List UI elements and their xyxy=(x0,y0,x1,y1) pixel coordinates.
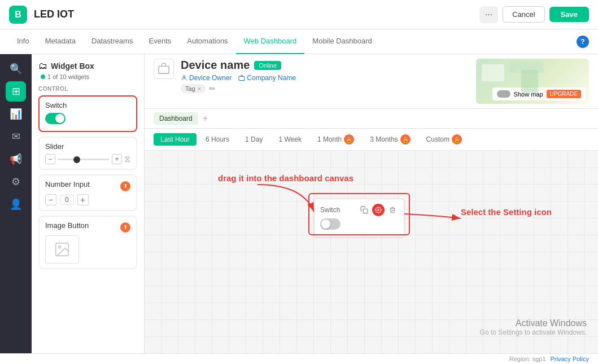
toggle-thumb xyxy=(55,114,64,123)
main-content: 🔍 ⊞ 📊 ✉ 📢 ⚙ 👤 🗂 Widget Box 1 of 10 widge… xyxy=(0,54,598,353)
more-options-button[interactable]: ··· xyxy=(479,6,498,23)
widget-count: 1 of 10 widgets xyxy=(38,73,137,80)
time-tab-6-hours[interactable]: 6 Hours xyxy=(199,133,236,146)
topbar-actions: ··· Cancel Save xyxy=(479,6,589,23)
canvas-toggle-track[interactable] xyxy=(320,218,341,230)
sidebar-icon-user[interactable]: 👤 xyxy=(6,194,26,214)
device-meta: Device Owner Company Name xyxy=(181,74,469,82)
tab-datastreams[interactable]: Datastreams xyxy=(84,29,141,54)
slider-widget-title: Slider xyxy=(45,142,130,151)
upgrade-badge: UPGRADE xyxy=(547,90,581,98)
online-badge: Online xyxy=(254,61,281,70)
slider-dot xyxy=(73,156,80,163)
image-button-widget-item[interactable]: Image Button ⬆ xyxy=(38,216,137,269)
save-button[interactable]: Save xyxy=(549,7,589,22)
show-map-toggle[interactable] xyxy=(497,90,510,98)
switch-widget-title: Switch xyxy=(45,101,130,109)
activate-windows: Activate Windows Go to Settings to activ… xyxy=(480,318,587,336)
svg-point-3 xyxy=(183,76,185,78)
sidebar-icon-chart[interactable]: 📊 xyxy=(6,104,26,124)
app-title: LED IOT xyxy=(34,8,473,20)
time-tabs: Last Hour 6 Hours 1 Day 1 Week 1 Month 🔒… xyxy=(145,129,598,151)
device-name: Device name xyxy=(181,59,250,72)
sidebar-icon-search[interactable]: 🔍 xyxy=(6,59,26,79)
slider-widget-item[interactable]: Slider − + ⧖ xyxy=(38,137,137,170)
add-dashboard-btn[interactable]: + xyxy=(199,112,211,125)
navtabs-right: ? xyxy=(577,36,589,48)
canvas-switch-toggle[interactable] xyxy=(320,218,341,230)
map-thumbnail: Show map UPGRADE xyxy=(476,59,589,104)
canvas-widget-title: Switch xyxy=(320,206,340,214)
device-company: Company Name xyxy=(238,74,296,82)
tab-metadata[interactable]: Metadata xyxy=(37,29,84,54)
widget-panel: 🗂 Widget Box 1 of 10 widgets CONTROL Swi… xyxy=(32,54,145,353)
svg-point-1 xyxy=(59,246,61,248)
delete-widget-btn[interactable] xyxy=(387,204,398,216)
canvas-area: Device name Online Device Owner Company … xyxy=(145,54,598,353)
image-placeholder xyxy=(45,235,79,264)
widget-box-icon: 🗂 xyxy=(38,61,47,71)
time-tab-last-hour[interactable]: Last Hour xyxy=(154,133,197,146)
device-info: Device name Online Device Owner Company … xyxy=(181,59,469,93)
device-owner: Device Owner xyxy=(181,74,232,82)
time-tab-3-months[interactable]: 3 Months 🔒 xyxy=(363,132,417,147)
settings-annotation: Select the Setting icon xyxy=(461,207,552,217)
device-name-row: Device name Online xyxy=(181,59,469,72)
tag-row: Tag × ✏ xyxy=(181,84,469,93)
cancel-button[interactable]: Cancel xyxy=(503,6,544,23)
dashboard-canvas[interactable]: drag it into the dashboard canvas Switch xyxy=(145,151,598,353)
tab-web-dashboard[interactable]: Web Dashboard xyxy=(236,29,305,54)
left-sidebar: 🔍 ⊞ 📊 ✉ 📢 ⚙ 👤 xyxy=(0,54,32,353)
tab-mobile-dashboard[interactable]: Mobile Dashboard xyxy=(304,29,380,54)
toggle-track[interactable] xyxy=(45,113,66,124)
widget-panel-title: Widget Box xyxy=(51,62,94,71)
time-tab-1-day[interactable]: 1 Day xyxy=(238,133,269,146)
number-input-controls: − 0 + xyxy=(45,194,130,205)
tab-events[interactable]: Events xyxy=(141,29,180,54)
sidebar-icon-message[interactable]: ✉ xyxy=(6,126,26,147)
sidebar-icon-announce[interactable]: 📢 xyxy=(6,149,26,169)
app-icon: B xyxy=(9,6,27,24)
dashboard-tab[interactable]: Dashboard xyxy=(154,112,198,125)
widget-panel-header: 🗂 Widget Box xyxy=(38,61,137,71)
time-tab-1-week[interactable]: 1 Week xyxy=(272,133,308,146)
svg-rect-5 xyxy=(363,209,368,213)
sidebar-icon-grid[interactable]: ⊞ xyxy=(6,81,26,102)
settings-widget-btn[interactable] xyxy=(372,204,385,216)
sidebar-icon-settings[interactable]: ⚙ xyxy=(6,172,26,192)
canvas-toggle-thumb xyxy=(321,220,330,229)
svg-rect-4 xyxy=(239,77,245,81)
image-button-badge: ⬆ xyxy=(120,222,130,233)
device-tag: Tag × xyxy=(181,84,206,93)
canvas-topbar: Device name Online Device Owner Company … xyxy=(145,54,598,109)
footer: Region: sgp1 Privacy Policy xyxy=(0,353,598,364)
slider-minus-btn[interactable]: − xyxy=(45,154,55,164)
number-minus-btn[interactable]: − xyxy=(45,194,56,205)
switch-toggle[interactable] xyxy=(45,113,66,124)
time-tab-custom[interactable]: Custom 🔒 xyxy=(420,132,469,147)
slider-plus-btn[interactable]: + xyxy=(112,154,122,164)
copy-widget-btn[interactable] xyxy=(359,204,370,216)
image-button-title: Image Button xyxy=(45,221,89,230)
slider-icon: ⧖ xyxy=(124,154,130,164)
switch-widget-item[interactable]: Switch xyxy=(38,95,137,132)
privacy-link[interactable]: Privacy Policy xyxy=(551,356,589,362)
drag-annotation: drag it into the dashboard canvas xyxy=(218,173,353,183)
slider-track[interactable] xyxy=(58,159,110,160)
custom-lock-icon: 🔒 xyxy=(452,134,462,144)
tag-remove-btn[interactable]: × xyxy=(198,85,201,92)
svg-rect-2 xyxy=(159,66,169,73)
number-input-widget-item[interactable]: Number Input ⬆ − 0 + xyxy=(38,174,137,211)
svg-point-6 xyxy=(378,209,379,211)
device-icon xyxy=(154,59,174,79)
tab-info[interactable]: Info xyxy=(9,29,37,54)
map-overlay: Show map UPGRADE xyxy=(492,87,586,100)
time-tab-1-month[interactable]: 1 Month 🔒 xyxy=(311,132,361,147)
tag-edit-icon[interactable]: ✏ xyxy=(209,84,216,93)
help-icon[interactable]: ? xyxy=(577,36,589,48)
tab-automations[interactable]: Automations xyxy=(179,29,235,54)
number-plus-btn[interactable]: + xyxy=(77,194,89,205)
activate-title: Activate Windows xyxy=(480,318,587,328)
nav-tabs: Info Metadata Datastreams Events Automat… xyxy=(0,29,598,54)
1-month-lock-icon: 🔒 xyxy=(344,134,354,144)
